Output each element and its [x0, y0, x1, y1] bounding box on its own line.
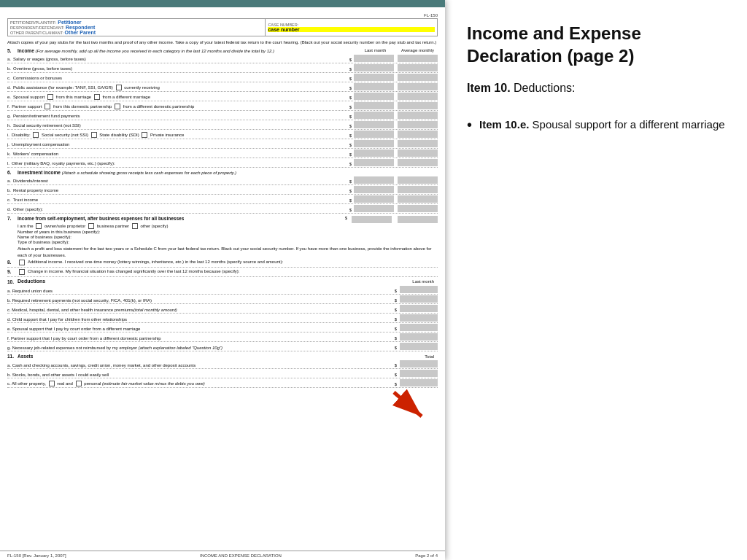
s10c-amount[interactable] — [400, 305, 438, 312]
s5c-last-month[interactable] — [354, 74, 394, 81]
s5d-avg-monthly[interactable] — [398, 83, 438, 90]
s10-row-b: b. Required retirement payments (not soc… — [7, 295, 438, 304]
s5j-avg-monthly[interactable] — [398, 140, 438, 147]
s10f-amount[interactable] — [400, 333, 438, 341]
s7-line4: Type of business (specify): — [18, 240, 438, 244]
s10a-amount[interactable] — [400, 286, 438, 293]
s5-row-f: f.Partner support from this domestic par… — [7, 101, 438, 111]
s5a-avg-monthly[interactable] — [398, 55, 438, 62]
s7-line1: I am the owner/sole proprietor business … — [18, 223, 438, 229]
s5j-last-month[interactable] — [354, 140, 394, 147]
s5f-avg-monthly[interactable] — [398, 102, 438, 109]
s10-row-g: g. Necessary job-related expenses not re… — [7, 342, 438, 351]
s6-row-c: c.Trust income $ — [7, 195, 438, 204]
petitioner-value: Petitioner — [58, 20, 81, 25]
s11b-amount[interactable] — [400, 370, 438, 377]
s5k-last-month[interactable] — [354, 149, 394, 157]
section9-text: Change in income. My financial situation… — [26, 269, 438, 273]
other-parent-label: OTHER PARENT/CLAIMANT: — [10, 31, 63, 35]
section-6: 6. Investment income (Attach a schedule … — [7, 170, 438, 214]
s6-row-a: a.Dividends/interest $ — [7, 176, 438, 185]
s5h-last-month[interactable] — [354, 121, 394, 128]
s5h-avg-monthly[interactable] — [398, 121, 438, 128]
s6a-last-month[interactable] — [354, 176, 394, 184]
s5d-last-month[interactable] — [354, 83, 394, 90]
s11-row-b: b. Stocks, bonds, and other assets I cou… — [7, 369, 438, 378]
section8-checkbox[interactable] — [19, 260, 25, 265]
svg-line-1 — [394, 392, 422, 416]
s10d-amount[interactable] — [400, 314, 438, 322]
s6-row-d: d.Other (specify): $ — [7, 204, 438, 214]
section6-title: Investment income — [18, 170, 61, 175]
footer-center: INCOME AND EXPENSE DECLARATION — [200, 553, 282, 558]
s7-attach-text: Attach a profit and loss statement for t… — [18, 246, 438, 258]
s5g-last-month[interactable] — [354, 112, 394, 119]
section-8: 8. Additional income. I received one-tim… — [7, 260, 438, 268]
s5-row-e: e.Spousal support from this marriage fro… — [7, 92, 438, 101]
footer-left: FL-150 [Rev. January 1, 2007] — [7, 553, 66, 558]
s5k-avg-monthly[interactable] — [398, 149, 438, 157]
s11-row-c: c. All other property, real and personal… — [7, 378, 438, 388]
section9-checkbox[interactable] — [19, 269, 25, 275]
s5-row-g: g.Pension/retirement fund payments $ — [7, 111, 438, 120]
s10g-amount[interactable] — [400, 343, 438, 350]
s10b-amount[interactable] — [400, 295, 438, 303]
s6a-avg-monthly[interactable] — [398, 176, 438, 184]
section8-number: 8. — [7, 260, 15, 265]
bullet-text: Item 10.e. Spousal support for a differe… — [479, 117, 725, 133]
s11c-amount[interactable] — [400, 379, 438, 386]
s5l-last-month[interactable] — [354, 159, 394, 166]
section8-text: Additional income. I received one-time m… — [26, 260, 438, 264]
col-header-last-month: Last month — [355, 48, 395, 52]
s6b-last-month[interactable] — [354, 186, 394, 193]
section7-number: 7. — [7, 216, 15, 221]
section-11: 11. Assets Total a. Cash and checking ac… — [7, 354, 438, 388]
s5a-text: Salary or wages (gross, before taxes) — [13, 57, 86, 61]
s5-row-k: k.Workers' compensation $ — [7, 149, 438, 158]
section5-title: Income — [18, 48, 34, 53]
right-bullet-item: • Item 10.e. Spousal support for a diffe… — [467, 117, 725, 133]
s5-row-h: h.Social security retirement (not SSI) $ — [7, 120, 438, 130]
section11-col-header: Total — [425, 354, 434, 359]
s6-row-b: b.Rental property income $ — [7, 185, 438, 195]
s7-line2: Number of years in this business (specif… — [18, 230, 438, 234]
s5g-avg-monthly[interactable] — [398, 112, 438, 119]
fl-number: FL-150 — [7, 13, 438, 18]
bullet-description: Spousal support for a different marriage — [533, 118, 725, 131]
s5i-last-month[interactable] — [354, 131, 394, 138]
s5i-avg-monthly[interactable] — [398, 131, 438, 138]
s6c-avg-monthly[interactable] — [398, 195, 438, 203]
s5-row-a: a.Salary or wages (gross, before taxes) … — [7, 54, 438, 63]
s5e-last-month[interactable] — [354, 93, 394, 100]
s6b-avg-monthly[interactable] — [398, 186, 438, 193]
section10-number: 10. — [7, 279, 15, 284]
section-7: 7. Income from self-employment, after bu… — [7, 216, 438, 258]
s7-avg-monthly[interactable] — [398, 216, 438, 223]
s5l-avg-monthly[interactable] — [398, 159, 438, 166]
s5f-last-month[interactable] — [354, 102, 394, 109]
s6d-avg-monthly[interactable] — [398, 205, 438, 212]
s5a-last-month[interactable] — [354, 55, 394, 62]
col-header-avg-monthly: Average monthly — [398, 48, 438, 52]
bullet-label: Item 10.e. — [479, 118, 529, 131]
right-panel: Income and Expense Declaration (page 2) … — [445, 0, 747, 560]
doc-content: FL-150 PETITIONER/PLAINTIFF: Petitioner … — [0, 7, 445, 551]
s5b-avg-monthly[interactable] — [398, 64, 438, 71]
s5e-avg-monthly[interactable] — [398, 93, 438, 100]
s11a-amount[interactable] — [400, 360, 438, 368]
s5-row-l: l.Other (military BAQ, royalty payments,… — [7, 158, 438, 168]
header-table: PETITIONER/PLAINTIFF: Petitioner RESPOND… — [7, 18, 438, 36]
s11-row-a: a. Cash and checking accounts, savings, … — [7, 359, 438, 369]
s5b-last-month[interactable] — [354, 64, 394, 71]
section10-title: Deductions — [18, 279, 45, 284]
s6d-last-month[interactable] — [354, 205, 394, 212]
section6-number: 6. — [7, 170, 15, 175]
section10-col-header: Last month — [412, 279, 434, 284]
s10-row-c: c. Medical, hospital, dental, and other … — [7, 304, 438, 314]
s5-row-j: j.Unemployment compensation $ — [7, 139, 438, 149]
section11-title: Assets — [18, 354, 33, 359]
s7-last-month[interactable] — [352, 216, 392, 223]
s5c-avg-monthly[interactable] — [398, 74, 438, 81]
s6c-last-month[interactable] — [354, 195, 394, 203]
s10e-amount[interactable] — [400, 324, 438, 331]
